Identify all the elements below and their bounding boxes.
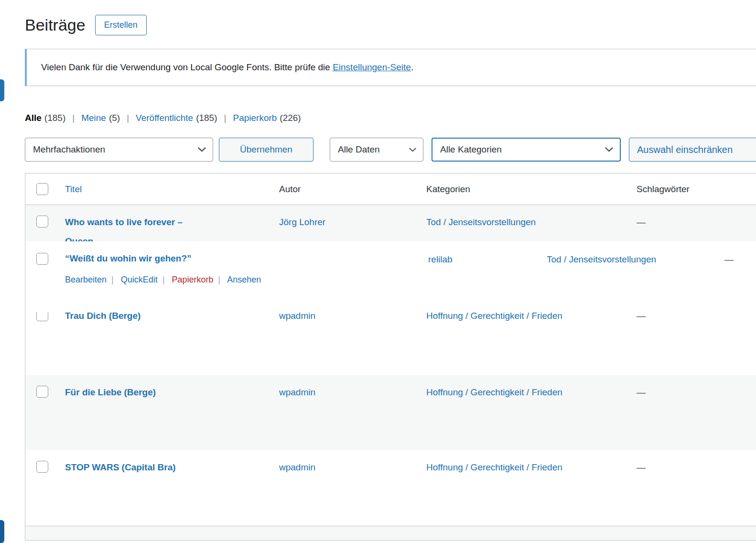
row-checkbox-cell	[25, 312, 54, 375]
post-title-link[interactable]: Für die Liebe (Berge)	[65, 387, 156, 397]
filter-trash[interactable]: Papierkorb (226)	[233, 113, 301, 123]
list-toolbar: Mehrfachaktionen Übernehmen Alle Daten A…	[25, 138, 756, 162]
post-title-link[interactable]: Trau Dich (Berge)	[65, 312, 140, 321]
categories-link[interactable]: Hoffnung / Gerechtigkeit / Frieden	[426, 312, 562, 321]
author-link[interactable]: wpadmin	[279, 462, 315, 472]
categories-link[interactable]: Hoffnung / Gerechtigkeit / Frieden	[426, 387, 562, 397]
tags-value: —	[626, 450, 756, 526]
tags-value: —	[626, 312, 756, 375]
post-title-link-line2[interactable]: Queen	[65, 236, 93, 241]
view-link[interactable]: Ansehen	[227, 275, 261, 284]
header-checkbox-cell	[25, 183, 54, 195]
dates-filter-value: Alle Daten	[338, 144, 380, 155]
tags-value: —	[724, 253, 734, 266]
categories-filter-select[interactable]: Alle Kategorien	[432, 138, 621, 162]
row-checkbox[interactable]	[36, 461, 48, 473]
post-status-filters: Alle (185) Meine (5) Veröffentlichte (18…	[25, 113, 756, 123]
filter-published[interactable]: Veröffentlichte (185)	[136, 113, 233, 123]
title-bar: Beiträge Erstellen	[25, 13, 756, 36]
notice-suffix: .	[411, 62, 413, 72]
table-footer	[25, 526, 756, 540]
admin-menu-fragment-bottom	[0, 520, 4, 543]
author-link[interactable]: Jörg Lohrer	[279, 217, 325, 227]
apply-button[interactable]: Übernehmen	[219, 138, 313, 162]
post-title-link[interactable]: Who wants to live forever –	[65, 217, 183, 227]
notice-text: Vielen Dank für die Verwendung von Local…	[41, 62, 333, 72]
filter-all-count: (185)	[44, 113, 65, 123]
filter-published-count: (185)	[196, 113, 217, 123]
author-link[interactable]: wpadmin	[279, 312, 315, 321]
chevron-down-icon	[605, 147, 613, 152]
chevron-down-icon	[409, 148, 416, 152]
categories-link[interactable]: Tod / Jenseitsvorstellungen	[547, 254, 656, 264]
row-actions: Bearbeiten QuickEdit Papierkorb Ansehen	[65, 275, 261, 285]
post-title-link[interactable]: STOP WARS (Capital Bra)	[65, 462, 176, 472]
table-row: Who wants to live forever – Queen Jörg L…	[25, 205, 756, 241]
action-quickedit[interactable]: QuickEdit	[121, 275, 170, 284]
column-header-tags: Schlagwörter	[626, 184, 756, 195]
categories-link[interactable]: Hoffnung / Gerechtigkeit / Frieden	[426, 462, 562, 472]
filter-trash-count: (226)	[280, 113, 301, 123]
column-header-title[interactable]: Titel	[65, 184, 82, 194]
category-group-link[interactable]: relilab	[428, 254, 453, 264]
column-header-categories: Kategorien	[415, 184, 626, 195]
content-area: Beiträge Erstellen Vielen Dank für die V…	[25, 0, 756, 541]
filter-mine-count: (5)	[109, 113, 120, 123]
floating-row: “Weißt du wohin wir gehen?” Bearbeiten Q…	[25, 241, 756, 312]
create-post-button[interactable]: Erstellen	[95, 15, 147, 35]
row-checkbox[interactable]	[36, 312, 48, 321]
row-checkbox-cell	[25, 375, 54, 450]
filter-mine-link[interactable]: Meine	[81, 113, 106, 123]
tags-value: —	[626, 205, 756, 241]
table-row: STOP WARS (Capital Bra) wpadmin Hoffnung…	[25, 450, 756, 526]
posts-admin-page: Beiträge Erstellen Vielen Dank für die V…	[0, 0, 756, 543]
table-row: Trau Dich (Berge) wpadmin Hoffnung / Ger…	[25, 312, 756, 375]
row-checkbox[interactable]	[36, 253, 48, 265]
filter-button[interactable]: Auswahl einschränken	[629, 138, 756, 162]
row-checkbox[interactable]	[36, 386, 48, 398]
settings-page-link[interactable]: Einstellungen-Seite	[333, 62, 411, 72]
filter-all-label: Alle	[25, 113, 42, 123]
filter-published-link[interactable]: Veröffentlichte	[136, 113, 193, 123]
table-row: Für die Liebe (Berge) wpadmin Hoffnung /…	[25, 375, 756, 450]
admin-menu-fragment-top	[0, 79, 4, 101]
table-header-row: Titel Autor Kategorien Schlagwörter	[25, 174, 756, 205]
action-trash[interactable]: Papierkorb	[172, 275, 226, 284]
posts-table: Titel Autor Kategorien Schlagwörter Who …	[25, 173, 756, 541]
edit-link[interactable]: Bearbeiten	[65, 275, 107, 284]
dates-filter-select[interactable]: Alle Daten	[330, 138, 423, 162]
row-checkbox[interactable]	[36, 216, 48, 228]
tags-value: —	[626, 375, 756, 450]
chevron-down-icon	[198, 147, 206, 152]
action-edit[interactable]: Bearbeiten	[65, 275, 119, 284]
filter-mine[interactable]: Meine (5)	[81, 113, 136, 123]
categories-filter-value: Alle Kategorien	[440, 144, 502, 155]
action-view[interactable]: Ansehen	[227, 275, 261, 284]
page-title: Beiträge	[25, 17, 86, 33]
select-all-checkbox[interactable]	[36, 183, 48, 195]
post-title-link[interactable]: “Weißt du wohin wir gehen?”	[65, 253, 192, 263]
admin-notice: Vielen Dank für die Verwendung von Local…	[25, 49, 756, 86]
author-link[interactable]: wpadmin	[279, 387, 315, 397]
column-header-author: Autor	[268, 184, 415, 195]
bulk-actions-select[interactable]: Mehrfachaktionen	[25, 138, 213, 162]
row-checkbox-cell	[25, 205, 54, 241]
row-checkbox-cell	[25, 450, 54, 526]
categories-link[interactable]: Tod / Jenseitsvorstellungen	[426, 217, 536, 227]
filter-trash-link[interactable]: Papierkorb	[233, 113, 277, 123]
trash-link[interactable]: Papierkorb	[172, 275, 214, 284]
bulk-actions-value: Mehrfachaktionen	[33, 144, 105, 155]
quickedit-link[interactable]: QuickEdit	[121, 275, 158, 284]
filter-all[interactable]: Alle (185)	[25, 113, 81, 123]
